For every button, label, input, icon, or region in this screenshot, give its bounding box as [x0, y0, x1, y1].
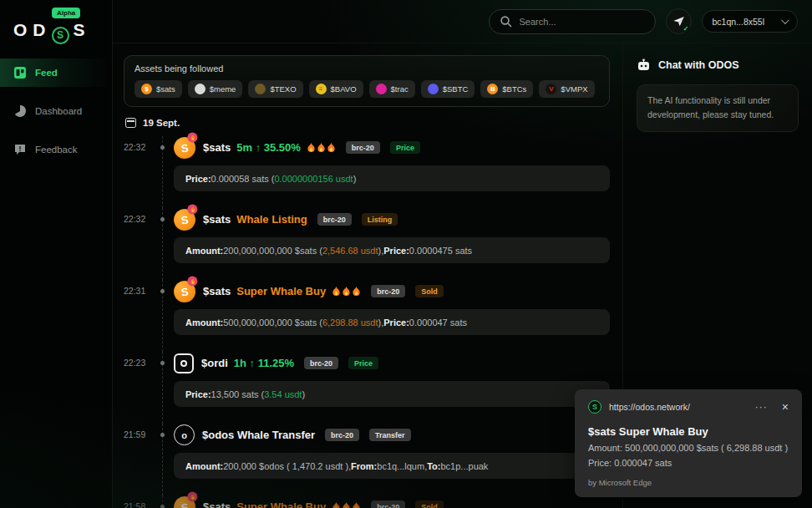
fire-emoji-icon: [332, 286, 341, 297]
feed-item: 22:32S$sats5m ↑ 35.50%brc-20PricePrice: …: [124, 136, 610, 208]
fire-emoji-group: [332, 501, 361, 508]
sidebar: ODSS Alpha FeedDashboardFeedback: [0, 0, 113, 508]
asset-chip-BTCs[interactable]: B$BTCs: [480, 80, 533, 98]
sidebar-item-feed[interactable]: Feed: [0, 58, 112, 87]
calendar-icon: [125, 118, 136, 128]
token-icon: [195, 84, 206, 94]
search-icon: [500, 15, 513, 28]
title-segment: $sats: [203, 141, 231, 154]
asset-chip-TEXO[interactable]: $TEXO: [248, 80, 302, 98]
alpha-badge: Alpha: [52, 8, 80, 18]
badge-brc-20: brc-20: [371, 285, 405, 297]
fire-emoji-icon: [190, 134, 195, 140]
feed-item-detail-card[interactable]: Amount: 500,000,000,000 $sats ( 6,298.88…: [174, 309, 610, 335]
feedback-icon: [13, 143, 27, 156]
badge-sold: Sold: [415, 500, 444, 508]
asset-chip-VMPX[interactable]: V$VMPX: [539, 80, 594, 98]
sidebar-item-label: Dashboard: [35, 106, 82, 116]
feed-item-body: $ordi1h ↑ 11.25%brc-20PricePrice: 13,500…: [174, 352, 610, 424]
fire-emoji-icon: [342, 501, 351, 508]
fire-badge-icon: [187, 276, 197, 286]
feed-item-title: $satsSuper Whale Buy: [203, 500, 361, 508]
chevron-down-icon: [781, 16, 789, 24]
connected-check-icon: ✓: [683, 25, 690, 33]
title-segment: $odos Whale Transfer: [202, 429, 315, 441]
asset-chip-label: $sats: [156, 84, 175, 94]
detail-value: 200,000,000,000 $sats (: [223, 246, 322, 256]
asset-chip-meme[interactable]: $meme: [188, 80, 243, 98]
feed-item-header: S$satsWhale Listingbrc-20Listing: [174, 208, 610, 231]
timeline-dot: [160, 505, 165, 508]
feed-item-body: S$satsSuper Whale Buybrc-20SoldAmount: 5…: [174, 495, 610, 508]
fire-emoji-icon: [307, 142, 316, 153]
notification-title: $sats Super Whale Buy: [588, 425, 789, 438]
feed-item-detail-card[interactable]: Price: 0.000058 sats ( 0.0000000156 usdt…: [174, 165, 610, 191]
telegram-share-button[interactable]: ✓: [666, 8, 692, 34]
fire-emoji-icon: [327, 142, 336, 153]
token-icon: [428, 84, 439, 94]
asset-chip-sats[interactable]: $$sats: [134, 80, 182, 98]
notification-source-url: https://odos.network/: [609, 402, 748, 412]
feed-item-detail-card[interactable]: Amount: 200,000 $odos ( 1,470.2 usdt ), …: [174, 453, 610, 479]
detail-label: Amount:: [185, 461, 223, 471]
detail-value: ): [302, 389, 305, 399]
detail-label: Price:: [383, 318, 409, 328]
detail-label: Amount:: [185, 318, 223, 328]
timeline-dot: [160, 145, 165, 150]
sidebar-item-dashboard[interactable]: Dashboard: [0, 97, 112, 125]
fire-badge-icon: [187, 204, 197, 214]
detail-value: 0.0000475 sats: [409, 246, 472, 256]
sidebar-item-feedback[interactable]: Feedback: [0, 135, 112, 164]
timeline-dot: [160, 217, 165, 221]
feed-item-detail-card[interactable]: Price: 13,500 sats ( 3.54 usdt ): [174, 381, 610, 407]
feed-item-header: S$satsSuper Whale Buybrc-20Sold: [174, 280, 610, 302]
logo-letter: S: [74, 20, 87, 39]
sats-token-icon: S: [172, 495, 196, 508]
detail-label: Price:: [185, 174, 211, 184]
notification-more-button[interactable]: ···: [755, 401, 768, 413]
sats-token-icon: S: [172, 135, 196, 160]
badge-brc-20: brc-20: [371, 500, 405, 508]
feed-item-time: 21:59: [124, 424, 152, 495]
fire-emoji-group: [332, 286, 361, 297]
timeline: [152, 352, 174, 424]
feed-item-detail-card[interactable]: Amount: 200,000,000,000 $sats ( 2,546.68…: [174, 237, 610, 263]
timeline: [152, 208, 174, 280]
feed-item-title: $satsWhale Listing: [203, 213, 307, 226]
feed-item-title: $odos Whale Transfer: [202, 429, 315, 441]
feed-item-header: S$satsSuper Whale Buybrc-20Sold: [174, 495, 610, 508]
asset-chip-label: $meme: [210, 84, 236, 94]
search-box[interactable]: [489, 9, 656, 34]
odos-site-icon: S: [588, 400, 601, 414]
feed-item: 21:59o$odos Whale Transferbrc-20Transfer…: [124, 424, 610, 495]
title-segment: $sats: [203, 285, 231, 297]
feed-item-header: S$sats5m ↑ 35.50%brc-20Price: [174, 136, 610, 159]
feed-item-time: 22:23: [124, 352, 152, 424]
notification-close-button[interactable]: ×: [782, 401, 789, 413]
browser-notification[interactable]: S https://odos.network/ ··· × $sats Supe…: [575, 389, 802, 497]
sats-token-icon: S: [172, 207, 196, 231]
feed-item-header: o$odos Whale Transferbrc-20Transfer: [174, 424, 610, 446]
timeline: [152, 136, 174, 208]
wallet-address-dropdown[interactable]: bc1qn...8x55l: [702, 10, 798, 33]
search-input[interactable]: [520, 17, 645, 27]
asset-chip-SBTC[interactable]: $SBTC: [421, 80, 475, 98]
timeline: [152, 495, 174, 508]
asset-chip-BAVO[interactable]: ≡$BAVO: [309, 80, 363, 98]
odos-token-icon: o: [174, 424, 195, 445]
timeline-dot: [160, 289, 165, 293]
detail-value: 3.54 usdt: [264, 389, 302, 399]
badge-price: Price: [390, 141, 420, 154]
logo-letter: D: [33, 20, 47, 39]
asset-chip-trac[interactable]: $trac: [369, 80, 415, 98]
asset-chip-row: $$sats$meme$TEXO≡$BAVO$trac$SBTCB$BTCsV$…: [134, 80, 599, 98]
sats-token-icon: S: [172, 279, 196, 303]
fire-emoji-icon: [317, 142, 326, 153]
title-segment: Whale Listing: [236, 213, 307, 226]
detail-label: Price:: [383, 246, 409, 256]
fire-badge-icon: [187, 132, 197, 142]
badge-price: Price: [348, 357, 378, 369]
fire-badge-icon: [187, 491, 197, 501]
title-segment: 5m ↑ 35.50%: [236, 141, 301, 154]
badge-sold: Sold: [415, 285, 444, 297]
